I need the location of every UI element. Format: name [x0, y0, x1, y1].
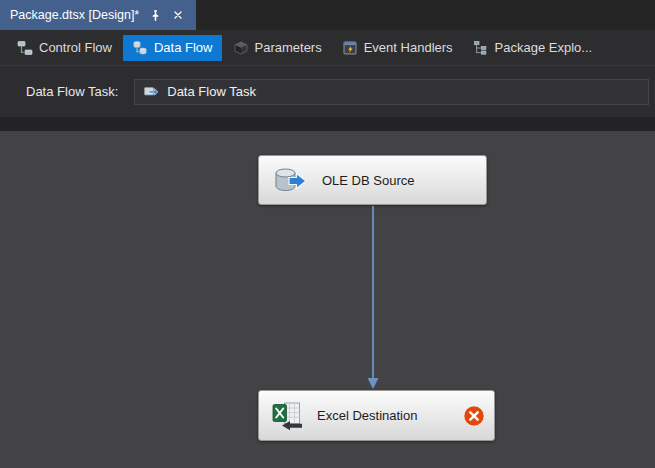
control-flow-icon	[17, 40, 33, 56]
data-flow-task-icon	[143, 84, 159, 100]
node-label: OLE DB Source	[322, 173, 415, 188]
tab-label: Parameters	[255, 40, 322, 55]
close-icon[interactable]	[171, 8, 185, 22]
designer-separator	[0, 117, 655, 131]
data-flow-icon	[132, 40, 148, 56]
pin-icon[interactable]	[148, 8, 162, 22]
data-flow-design-surface[interactable]: OLE DB Source Excel Destination	[0, 131, 655, 468]
ole-db-source-icon	[272, 165, 308, 195]
data-flow-task-row: Data Flow Task: Data Flow Task	[0, 65, 655, 117]
ole-db-source-node[interactable]: OLE DB Source	[258, 155, 487, 205]
document-tab-bar: Package.dtsx [Design]*	[0, 0, 655, 30]
data-flow-task-label: Data Flow Task:	[26, 84, 118, 99]
tab-label: Event Handlers	[364, 40, 453, 55]
tab-label: Data Flow	[154, 40, 213, 55]
tab-control-flow[interactable]: Control Flow	[8, 35, 121, 61]
tab-label: Control Flow	[39, 40, 112, 55]
data-flow-task-value: Data Flow Task	[167, 84, 256, 99]
tab-event-handlers[interactable]: Event Handlers	[333, 35, 462, 61]
tab-package-explorer[interactable]: Package Explo...	[464, 35, 602, 61]
excel-destination-node[interactable]: Excel Destination	[258, 390, 495, 441]
excel-destination-icon	[271, 401, 305, 431]
error-badge[interactable]	[463, 405, 485, 427]
document-tab[interactable]: Package.dtsx [Design]*	[0, 0, 196, 30]
document-tab-title: Package.dtsx [Design]*	[10, 8, 139, 22]
designer-tab-strip: Control Flow Data Flow Parameters	[0, 30, 655, 65]
tab-parameters[interactable]: Parameters	[224, 35, 331, 61]
tab-data-flow[interactable]: Data Flow	[123, 35, 222, 61]
node-label: Excel Destination	[317, 408, 417, 423]
package-explorer-icon	[473, 40, 489, 56]
data-flow-path[interactable]	[366, 206, 380, 390]
tab-label: Package Explo...	[495, 40, 593, 55]
parameters-icon	[233, 40, 249, 56]
event-handlers-icon	[342, 40, 358, 56]
data-flow-task-combo[interactable]: Data Flow Task	[134, 79, 649, 105]
